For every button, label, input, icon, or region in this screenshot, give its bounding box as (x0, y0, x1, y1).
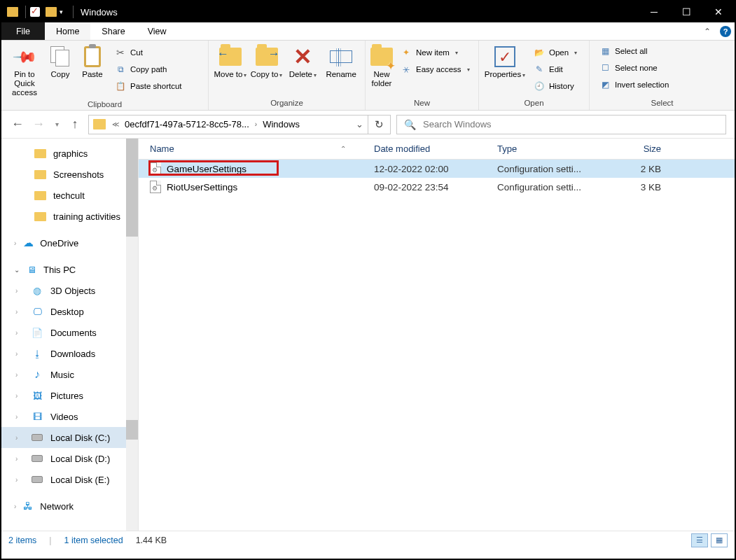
onedrive-icon: ☁ (22, 237, 34, 248)
up-button[interactable]: ↑ (67, 117, 83, 132)
history-button[interactable]: 🕘History (531, 78, 580, 94)
scrollbar-thumb[interactable] (126, 420, 138, 440)
file-name: GameUserSettings (167, 164, 247, 174)
sidebar-network[interactable]: ›🖧Network (1, 496, 138, 517)
column-size[interactable]: Size (605, 144, 682, 154)
back-button[interactable]: ← (10, 117, 25, 132)
move-to-button[interactable]: ← Move to▾ (213, 43, 248, 81)
column-date[interactable]: Date modified (374, 144, 497, 154)
breadcrumb-segment[interactable]: 0ecfdf71-497a-5712-8cc5-78... (123, 119, 251, 130)
copy-button[interactable]: Copy (45, 43, 76, 80)
tab-share[interactable]: Share (90, 22, 136, 40)
sidebar-item[interactable]: graphics (1, 143, 138, 164)
downloads-icon: ⭳ (31, 348, 43, 359)
maximize-button[interactable]: ☐ (670, 1, 702, 22)
pin-quick-access-button[interactable]: 📌 Pin to Quick access (6, 43, 43, 99)
tab-view[interactable]: View (137, 22, 178, 40)
forward-button[interactable]: → (31, 117, 46, 132)
checkbox-icon: ✓ (494, 46, 515, 67)
new-folder-button[interactable]: ✦ New folder (370, 43, 394, 90)
select-all-button[interactable]: ▦Select all (597, 43, 672, 59)
help-button[interactable]: ? (716, 22, 735, 40)
properties-button[interactable]: ✓ Properties▾ (483, 43, 527, 81)
search-input[interactable] (423, 119, 718, 130)
open-button[interactable]: 📂Open▾ (531, 45, 580, 60)
group-label: New (370, 97, 474, 110)
file-row[interactable]: ⚙GameUserSettings12-02-2022 02:00Configu… (139, 160, 735, 178)
invert-icon: ◩ (599, 79, 611, 90)
search-box[interactable]: 🔍 (396, 115, 726, 134)
chevron-right-icon[interactable]: › (253, 120, 259, 128)
group-label: Clipboard (6, 99, 204, 110)
breadcrumb-segment[interactable]: Windows (261, 119, 302, 130)
paste-shortcut-icon: 📋 (115, 80, 126, 92)
sidebar-item-local-disk-c[interactable]: ›Local Disk (C:) (1, 427, 138, 448)
videos-icon: 🎞 (31, 411, 43, 422)
column-headers: Name⌃ Date modified Type Size (139, 139, 735, 160)
sidebar-item[interactable]: ›🖼Pictures (1, 385, 138, 406)
select-none-button[interactable]: ☐Select none (597, 60, 672, 76)
3d-objects-icon: ◍ (31, 285, 43, 296)
address-row: ← → ▾ ↑ ≪ 0ecfdf71-497a-5712-8cc5-78... … (1, 111, 735, 139)
sidebar-item[interactable]: ›⭳Downloads (1, 343, 138, 364)
sidebar-item[interactable]: ›🎞Videos (1, 406, 138, 427)
copy-path-button[interactable]: ⧉Copy path (112, 62, 185, 77)
disk-icon (31, 432, 43, 443)
scissors-icon: ✂ (115, 47, 126, 58)
sidebar-item[interactable]: ›📄Documents (1, 322, 138, 343)
column-type[interactable]: Type (497, 144, 605, 154)
sidebar-item[interactable]: techcult (1, 185, 138, 206)
sidebar-this-pc[interactable]: ⌄🖥This PC (1, 259, 138, 280)
new-item-button[interactable]: ✦New item▾ (398, 45, 473, 60)
icons-view-button[interactable]: ▦ (711, 533, 728, 547)
tab-home[interactable]: Home (45, 22, 90, 40)
open-icon: 📂 (534, 47, 545, 58)
x-icon: ✕ (293, 52, 312, 62)
delete-button[interactable]: ✕ Delete▾ (286, 43, 321, 81)
sidebar-item[interactable]: ›Local Disk (D:) (1, 448, 138, 469)
easy-access-icon: ⚹ (401, 64, 412, 75)
history-dropdown[interactable]: ▾ (52, 120, 62, 128)
new-item-icon: ✦ (401, 47, 412, 58)
paste-button[interactable]: Paste (77, 43, 108, 80)
copy-to-button[interactable]: → Copy to▾ (249, 43, 284, 81)
address-bar[interactable]: ≪ 0ecfdf71-497a-5712-8cc5-78... › Window… (88, 115, 368, 134)
details-view-button[interactable]: ☰ (691, 533, 708, 547)
sidebar-item[interactable]: ›Local Disk (E:) (1, 469, 138, 490)
group-label: Select (594, 97, 730, 110)
cut-button[interactable]: ✂Cut (112, 45, 185, 60)
chevron-right-icon[interactable]: ≪ (110, 120, 121, 128)
status-selected-count: 1 item selected (64, 536, 123, 545)
edit-button[interactable]: ✎Edit (531, 62, 580, 77)
close-button[interactable]: ✕ (702, 1, 735, 22)
address-dropdown[interactable]: ⌄ (356, 119, 363, 130)
pictures-icon: 🖼 (31, 390, 43, 401)
sidebar-item[interactable]: ›♪Music (1, 364, 138, 385)
nav-pane: graphics Screenshots techcult training a… (1, 139, 139, 531)
copy-icon (50, 46, 70, 67)
folder-icon (34, 170, 46, 179)
pc-icon: 🖥 (25, 264, 38, 275)
tab-file[interactable]: File (1, 22, 45, 40)
column-name[interactable]: Name⌃ (150, 144, 374, 154)
scrollbar-thumb[interactable] (126, 139, 138, 237)
minimize-button[interactable]: ─ (638, 1, 670, 22)
file-type: Configuration setti... (497, 182, 605, 192)
collapse-ribbon-button[interactable]: ⌃ (698, 22, 716, 40)
invert-selection-button[interactable]: ◩Invert selection (597, 77, 672, 92)
qat-dropdown-icon[interactable]: ▾ (60, 8, 63, 15)
easy-access-button[interactable]: ⚹Easy access▾ (398, 62, 473, 77)
sidebar-item[interactable]: ›◍3D Objects (1, 280, 138, 301)
music-icon: ♪ (31, 369, 43, 380)
rename-button[interactable]: Rename (321, 43, 361, 80)
sidebar-onedrive[interactable]: ›☁OneDrive (1, 232, 138, 253)
file-list: Name⌃ Date modified Type Size ⚙GameUserS… (139, 139, 735, 531)
sidebar-item[interactable]: Screenshots (1, 164, 138, 185)
refresh-button[interactable]: ↻ (368, 115, 391, 134)
file-row[interactable]: ⚙RiotUserSettings09-02-2022 23:54Configu… (139, 178, 735, 196)
sidebar-item[interactable]: training activities (1, 206, 138, 227)
sidebar-item[interactable]: ›🖵Desktop (1, 301, 138, 322)
paste-shortcut-button[interactable]: 📋Paste shortcut (112, 78, 185, 94)
copy-path-icon: ⧉ (115, 64, 126, 75)
save-icon[interactable] (30, 7, 40, 17)
